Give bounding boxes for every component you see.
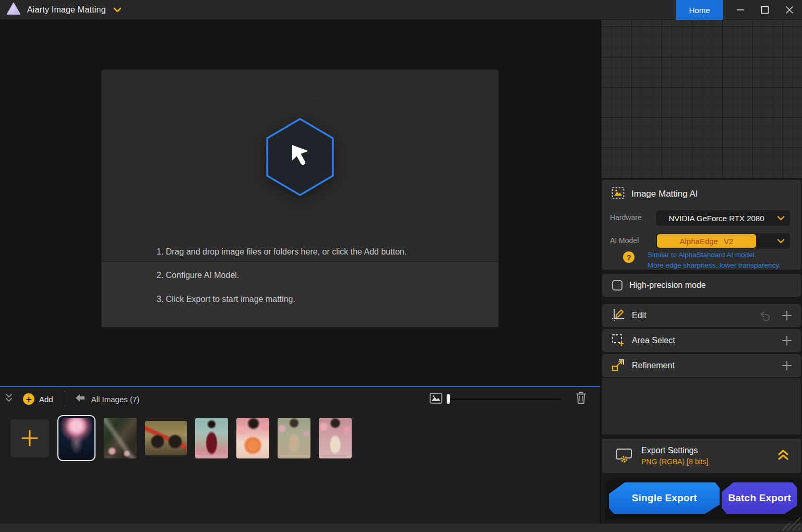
thumbnail-woman-peach-bouquet[interactable] (236, 418, 269, 458)
add-plus-icon: + (23, 393, 34, 405)
thumbnail-axe-in-forest[interactable] (104, 418, 137, 458)
model-help-text: Similar to AlphaStandard AI model. More … (648, 250, 781, 271)
thumbnail-jellyfish (60, 418, 93, 458)
export-format-value: PNG (RGBA) [8 bits] (641, 457, 708, 466)
window-footer-strip (0, 523, 802, 532)
area-select-expand-plus-icon[interactable] (780, 334, 794, 347)
high-precision-label: High-precision mode (629, 281, 706, 290)
app-title: Aiarty Image Matting (27, 5, 106, 15)
area-select-icon (611, 333, 625, 349)
ai-model-chevron-down-icon (777, 236, 785, 246)
add-images-button[interactable]: + Add (23, 393, 53, 405)
app-menu-chevron-down-icon[interactable] (113, 5, 122, 15)
main-canvas: 1. Drag and drop image files or folders … (0, 20, 600, 523)
instruction-step-1: 1. Drag and drop image files or folders … (157, 247, 406, 257)
high-precision-checkbox[interactable] (612, 280, 623, 291)
thumbnail-zoom-slider[interactable] (448, 398, 561, 400)
add-label: Add (39, 395, 53, 404)
drop-hexagon-icon[interactable] (265, 117, 335, 199)
ai-model-dropdown[interactable]: AlphaEdge V2 (656, 233, 790, 249)
thumbnail-jellyfish-selected[interactable] (57, 415, 95, 461)
high-precision-row: High-precision mode (602, 274, 801, 297)
thumbnail-woman-red-dress[interactable] (195, 418, 228, 458)
instruction-step-2: 2. Configure AI Model. (157, 271, 498, 280)
gallery-panel: + Add All Images (7) (0, 386, 600, 523)
image-matting-ai-icon (612, 187, 625, 201)
thumbnail-woman-sage-flowers[interactable] (278, 418, 310, 458)
close-button[interactable] (784, 5, 795, 15)
thumbnail-mountain-bike[interactable] (145, 421, 187, 455)
section-title: Image Matting AI (631, 189, 698, 199)
hardware-chevron-down-icon (777, 213, 785, 223)
toolbar-divider (65, 391, 65, 407)
export-buttons-bar: Single Export Batch Export (605, 479, 802, 520)
ai-model-label: AI Model (610, 236, 639, 245)
thumbnail-zoom-control (429, 392, 561, 406)
add-image-tile[interactable] (10, 419, 49, 457)
hardware-dropdown[interactable]: NVIDIA GeForce RTX 2080 (656, 210, 790, 226)
undo-icon[interactable] (758, 309, 772, 322)
minimize-button[interactable] (735, 5, 746, 15)
hardware-label: Hardware (610, 213, 642, 222)
thumbnail-woman-cream-dress[interactable] (319, 418, 352, 458)
titlebar: Aiarty Image Matting Home (0, 0, 802, 20)
maximize-button[interactable] (760, 5, 770, 15)
right-sidebar: Image Matting AI Hardware NVIDIA GeForce… (600, 20, 802, 523)
back-arrow-icon (75, 394, 86, 404)
edit-expand-plus-icon[interactable] (780, 309, 794, 322)
thumbnail-strip (0, 416, 600, 461)
app-window: Aiarty Image Matting Home (0, 0, 802, 532)
refinement-expand-plus-icon[interactable] (780, 359, 794, 372)
image-size-icon (429, 392, 442, 406)
hardware-value: NVIDIA GeForce RTX 2080 (656, 214, 777, 223)
preview-grid (601, 20, 802, 180)
window-controls (735, 0, 802, 20)
drop-zone-upper: 1. Drag and drop image files or folders … (102, 70, 498, 262)
ai-model-value-pill: AlphaEdge V2 (657, 234, 756, 248)
gallery-toolbar: + Add All Images (7) (0, 387, 600, 411)
batch-export-button[interactable]: Batch Export (722, 482, 797, 514)
collapse-panel-chevrons-icon[interactable] (4, 392, 14, 406)
help-question-icon[interactable]: ? (623, 251, 635, 263)
instruction-step-3: 3. Click Export to start image matting. (157, 295, 498, 304)
edit-icon (611, 308, 625, 324)
export-collapse-double-chevron-up-icon[interactable] (777, 449, 789, 463)
all-images-filter[interactable]: All Images (7) (75, 394, 140, 404)
tool-edit[interactable]: Edit (602, 304, 801, 327)
drop-zone[interactable]: 1. Drag and drop image files or folders … (102, 70, 498, 328)
slider-thumb[interactable] (447, 394, 450, 404)
tool-area-select[interactable]: Area Select (602, 329, 801, 352)
export-settings-icon (615, 446, 633, 465)
export-settings-row[interactable]: Export Settings PNG (RGBA) [8 bits] (602, 439, 801, 473)
single-export-button[interactable]: Single Export (609, 482, 720, 514)
tool-refinement[interactable]: Refinement (602, 354, 801, 377)
refinement-icon (611, 358, 625, 374)
tool-refinement-label: Refinement (632, 361, 675, 370)
image-matting-ai-section: Image Matting AI Hardware NVIDIA GeForce… (602, 180, 801, 270)
drop-zone-lower: 2. Configure AI Model. 3. Click Export t… (102, 262, 498, 327)
tool-area-select-label: Area Select (632, 336, 675, 345)
export-settings-title: Export Settings (641, 446, 708, 455)
filter-label: All Images (7) (91, 395, 140, 404)
delete-trash-icon[interactable] (576, 392, 586, 406)
home-button[interactable]: Home (676, 0, 723, 20)
tool-edit-label: Edit (632, 311, 647, 320)
sidebar-empty-area (602, 378, 801, 434)
app-logo-icon (6, 2, 21, 18)
